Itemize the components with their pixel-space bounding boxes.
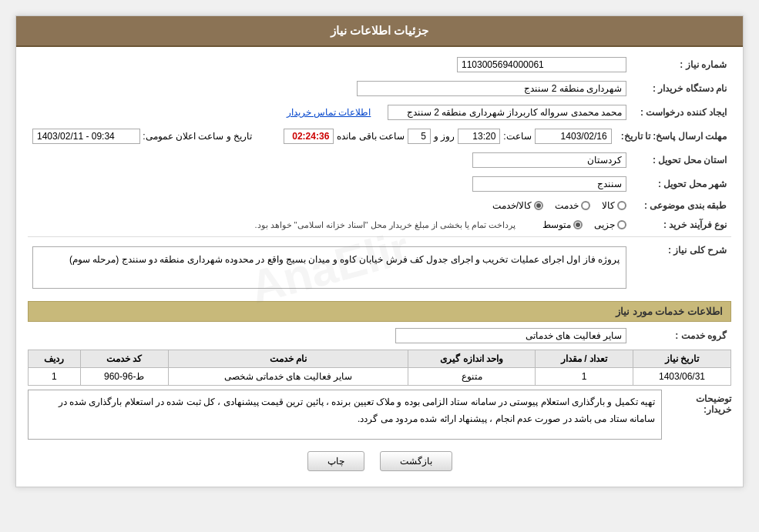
radio-jozi[interactable]: جزیی (594, 219, 626, 230)
services-table: تاریخ نیاز تعداد / مقدار واحد اندازه گیر… (28, 350, 731, 386)
ostan-value: کردستان (28, 150, 631, 170)
col-tedad: تعداد / مقدار (536, 350, 633, 368)
noeFarayand-label: نوع فرآیند خرید : (631, 217, 731, 233)
radio-motevaset-icon (573, 220, 583, 229)
notes-row: توضیحات خریدار: تهیه تکمیل و بارگذاری اس… (28, 390, 731, 440)
col-vahedAndaze: واحد اندازه گیری (408, 350, 536, 368)
garoh-khadamat-table: گروه خدمت : سایر فعالیت های خدماتی (28, 326, 731, 346)
radio-kala-icon (617, 201, 626, 210)
sharhKolli-value: AnaElir پروژه فاز اول اجرای عملیات تخریب… (28, 240, 631, 295)
info-table-row3: ایجاد کننده درخواست : محمد محمدی سرواله … (28, 102, 731, 122)
table-row: 1403/06/31 1 متنوع سایر فعالیت های خدمات… (29, 368, 731, 386)
garohKhadamat-label: گروه خدمت : (631, 326, 731, 346)
col-kodKhadamat: کد خدمت (80, 350, 168, 368)
tosih-label: توضیحات خریدار: (670, 390, 731, 415)
cell-vahedAndaze: متنوع (408, 368, 536, 386)
page-header: جزئیات اطلاعات نیاز (16, 16, 743, 47)
cell-tarikhNiaz: 1403/06/31 (633, 368, 730, 386)
info-table-row7: طبقه بندی موضوعی : کالا خدمت (28, 198, 731, 213)
back-button[interactable]: بازگشت (380, 451, 452, 471)
ettelaat-link[interactable]: اطلاعات تماس خریدار (287, 107, 371, 118)
shahr-label: شهر محل تحویل : (631, 174, 731, 194)
saatValue-field: 13:20 (458, 129, 500, 144)
tosih-content: تهیه تکمیل و بارگذاری استعلام پیوستی در … (28, 390, 662, 440)
col-namKhadamat: نام خدمت (168, 350, 408, 368)
shomareNiaz-label: شماره نیاز : (631, 55, 731, 75)
ostan-label: استان محل تحویل : (631, 150, 731, 170)
rozValue-field: 5 (408, 129, 431, 144)
radio-jozi-icon (617, 220, 626, 229)
sharhKolli-text: پروژه فاز اول اجرای عملیات تخریب و اجرای… (39, 252, 620, 267)
cell-radif: 1 (29, 368, 81, 386)
sharhKolli-box: AnaElir پروژه فاز اول اجرای عملیات تخریب… (32, 246, 626, 289)
radio-jozi-label: جزیی (594, 219, 615, 230)
radio-khedmat-label: خدمت (555, 200, 579, 211)
tarikhErsal-label: مهلت ارسال پاسخ: تا تاریخ: (616, 126, 731, 146)
cell-tedad: 1 (536, 368, 633, 386)
sharhKolli-label: شرح کلی نیاز : (631, 240, 731, 295)
cell-namKhadamat: سایر فعالیت های خدماتی شخصی (168, 368, 408, 386)
col-radif: ردیف (29, 350, 81, 368)
radio-motevaset-label: متوسط (542, 219, 571, 230)
radio-kala-khedmat-label: کالا/خدمت (492, 200, 532, 211)
print-button[interactable]: چاپ (307, 451, 364, 471)
namDastgah-value: شهرداری منطقه 2 سنندج (28, 79, 631, 99)
ijadKonnande-area: محمد محمدی سرواله کاربرداز شهرداری منطقه… (28, 102, 631, 122)
rozLabel: روز و (434, 131, 455, 142)
buttons-row: بازگشت چاپ (28, 443, 731, 479)
divider1 (28, 236, 731, 237)
saatLabel: ساعت: (503, 131, 531, 142)
garohKhadamat-value: سایر فعالیت های خدماتی (28, 326, 631, 346)
info-table-row4: مهلت ارسال پاسخ: تا تاریخ: 1403/02/16 سا… (28, 126, 731, 146)
tarikhDate-field: 1403/02/16 (535, 129, 612, 144)
cell-kodKhadamat: ط-96-960 (80, 368, 168, 386)
shomareNiaz-field: 1103005694000061 (457, 57, 626, 72)
info-table-row6: شهر محل تحویل : سنندج (28, 174, 731, 194)
info-table-row5: استان محل تحویل : کردستان (28, 150, 731, 170)
radio-khedmat-icon (581, 201, 590, 210)
radio-khedmat[interactable]: خدمت (555, 200, 590, 211)
info-table-row2: نام دستگاه خریدار : شهرداری منطقه 2 سنند… (28, 79, 731, 99)
col-tarikNiaz: تاریخ نیاز (633, 350, 730, 368)
info-table-row1: شماره نیاز : 1103005694000061 (28, 55, 731, 75)
tarikhErsal-area: 1403/02/16 ساعت: 13:20 روز و 5 ساعت باقی… (28, 126, 616, 146)
radio-kala-khedmat[interactable]: کالا/خدمت (492, 200, 543, 211)
baghiMande-field: 02:24:36 (284, 129, 334, 144)
shahr-value: سنندج (28, 174, 631, 194)
info-table-row8: نوع فرآیند خرید : جزیی متوسط پرداخت تمام… (28, 217, 731, 233)
tabaqeh-label: طبقه بندی موضوعی : (631, 198, 731, 213)
namDastgah-field: شهرداری منطقه 2 سنندج (357, 81, 626, 96)
noeFarayand-value: جزیی متوسط پرداخت تمام یا بخشی از مبلغ خ… (28, 217, 631, 233)
radio-kala-label: کالا (602, 200, 615, 211)
main-container: جزئیات اطلاعات نیاز شماره نیاز : 1103005… (15, 15, 744, 487)
shahr-field: سنندج (472, 176, 626, 192)
tabaqeh-value: کالا خدمت کالا/خدمت (28, 198, 631, 213)
content-area: شماره نیاز : 1103005694000061 نام دستگاه… (16, 47, 743, 487)
garohKhadamat-field: سایر فعالیت های خدماتی (395, 328, 626, 343)
page-title: جزئیات اطلاعات نیاز (331, 24, 428, 37)
sharh-table: شرح کلی نیاز : AnaElir پروژه فاز اول اجر… (28, 240, 731, 295)
ostan-field: کردستان (472, 152, 626, 168)
ijadKonnande-label: ایجاد کننده درخواست : (631, 102, 731, 122)
noeFarayand-note: پرداخت تمام یا بخشی از مبلغ خریدار محل "… (254, 220, 516, 230)
shomareNiaz-value: 1103005694000061 (28, 55, 631, 75)
khadamat-section-header: اطلاعات خدمات مورد نیاز (28, 301, 731, 322)
baghiMandeLabel: ساعت باقی مانده (337, 131, 405, 142)
radio-kala[interactable]: کالا (602, 200, 626, 211)
tarikhElan-field: 1403/02/11 - 09:34 (32, 129, 140, 144)
tarikhElan-label: تاریخ و ساعت اعلان عمومی: (143, 131, 252, 142)
radio-motevaset[interactable]: متوسط (542, 219, 583, 230)
ijadKonnande-field: محمد محمدی سرواله کاربرداز شهرداری منطقه… (388, 105, 626, 120)
namDastgah-label: نام دستگاه خریدار : (631, 79, 731, 99)
radio-kala-khedmat-icon (534, 201, 543, 210)
